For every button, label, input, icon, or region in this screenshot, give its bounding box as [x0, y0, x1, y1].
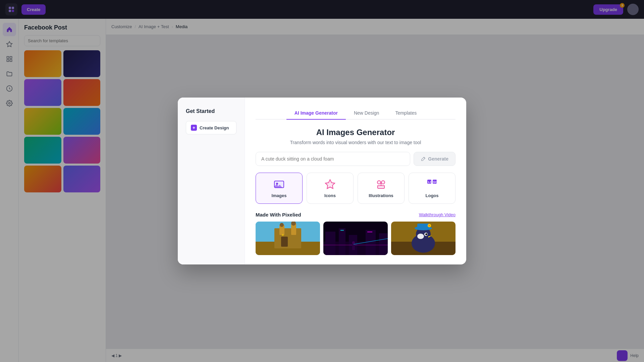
- modal-tabs: AI Image Generator New Design Templates: [256, 107, 455, 120]
- images-label: Images: [272, 193, 287, 198]
- images-icon: [273, 178, 285, 190]
- made-with-grid: [256, 222, 455, 255]
- illustrations-icon: [375, 178, 387, 190]
- illustrations-label: Illustrations: [369, 193, 393, 198]
- modal-right-panel: AI Image Generator New Design Templates …: [245, 98, 466, 264]
- icons-icon: [324, 178, 336, 190]
- modal-categories: Images Icons Illustrations: [256, 173, 455, 204]
- icons-label: Icons: [324, 193, 336, 198]
- svg-rect-31: [339, 228, 345, 255]
- castle-svg: [256, 222, 320, 255]
- svg-text:GO: GO: [433, 180, 438, 184]
- svg-rect-33: [366, 230, 376, 255]
- logos-label: Logos: [426, 193, 439, 198]
- svg-rect-36: [340, 230, 344, 231]
- made-with-title: Made With Pixelied: [256, 212, 301, 218]
- create-design-button[interactable]: + Create Design: [186, 121, 236, 134]
- made-with-header: Made With Pixelied Walkthrough Video: [256, 212, 455, 218]
- made-with-image-castle[interactable]: [256, 222, 320, 255]
- svg-point-27: [282, 234, 284, 236]
- tab-new-design[interactable]: New Design: [346, 107, 387, 120]
- made-with-image-bird[interactable]: [391, 222, 455, 255]
- svg-rect-46: [417, 224, 429, 229]
- svg-point-39: [352, 241, 355, 244]
- modal-search-row: Generate: [256, 152, 455, 166]
- prompt-input[interactable]: [256, 152, 410, 166]
- category-icons[interactable]: Icons: [307, 173, 354, 204]
- modal-left-panel: Get Started + Create Design: [178, 98, 245, 264]
- category-images[interactable]: Images: [256, 173, 303, 204]
- svg-point-24: [280, 223, 284, 227]
- svg-point-11: [276, 183, 278, 185]
- wand-icon: [421, 156, 426, 162]
- svg-point-12: [377, 181, 381, 184]
- plus-icon: +: [191, 125, 197, 131]
- svg-rect-26: [281, 237, 288, 247]
- generate-button[interactable]: Generate: [414, 152, 455, 166]
- svg-point-48: [428, 225, 430, 227]
- category-illustrations[interactable]: Illustrations: [358, 173, 405, 204]
- svg-rect-34: [379, 233, 387, 255]
- svg-point-51: [417, 234, 424, 239]
- svg-text:LO: LO: [428, 180, 432, 184]
- svg-rect-37: [367, 232, 372, 232]
- svg-point-50: [425, 233, 427, 235]
- modal-get-started-title: Get Started: [186, 108, 236, 114]
- bird-svg: [391, 222, 455, 255]
- neon-svg: [323, 222, 388, 255]
- category-logos[interactable]: LO GO Logos: [409, 173, 455, 204]
- walkthrough-link[interactable]: Walkthrough Video: [419, 212, 455, 217]
- svg-rect-30: [325, 232, 335, 255]
- tab-templates[interactable]: Templates: [387, 107, 425, 120]
- made-with-image-neon[interactable]: [323, 222, 388, 255]
- ai-image-modal: Get Started + Create Design AI Image Gen…: [178, 98, 466, 264]
- modal-subheading: Transform words into visual wonders with…: [256, 140, 455, 145]
- tab-ai-image-generator[interactable]: AI Image Generator: [286, 107, 346, 120]
- svg-point-13: [381, 181, 385, 184]
- modal-heading: AI Images Generator: [256, 128, 455, 137]
- logos-icon: LO GO: [426, 178, 438, 190]
